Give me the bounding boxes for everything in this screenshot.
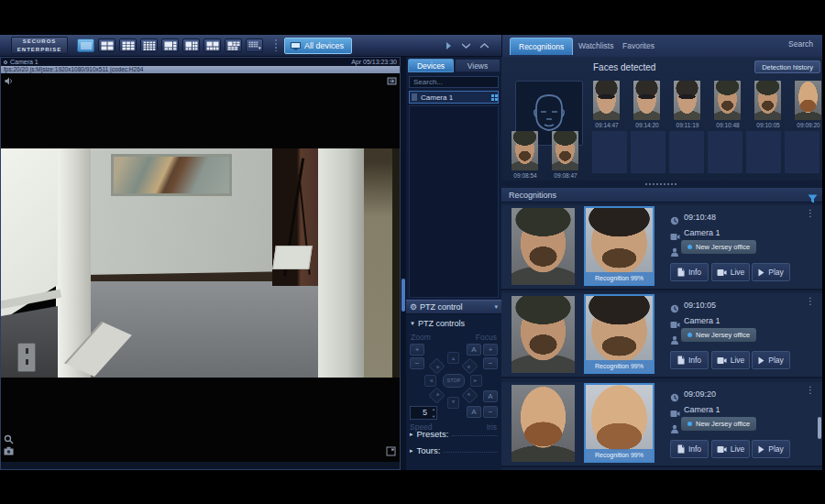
row-menu-icon[interactable]: ⋮ (806, 386, 815, 395)
ptz-controls-toggle[interactable]: ▼ PTZ controls (410, 319, 498, 328)
recognitions-scrollbar[interactable] (818, 417, 821, 439)
iris-auto-button[interactable]: A (483, 390, 498, 402)
recognition-camera: Camera 1 (684, 316, 720, 325)
fullscreen-icon[interactable] (386, 446, 396, 456)
layout-1plus7-button[interactable] (182, 38, 200, 52)
device-item-camera1[interactable]: Camera 1 (409, 91, 499, 104)
layout-more-button[interactable] (246, 38, 263, 52)
face-thumbnail[interactable] (512, 131, 538, 170)
layout-1plus5-button[interactable] (161, 38, 179, 52)
camera-video[interactable] (1, 73, 400, 462)
ptz-down-right-button[interactable]: ▲ (461, 387, 478, 403)
stream-quality-icon[interactable] (387, 76, 397, 86)
device-list-area[interactable] (409, 105, 499, 298)
thumb-time: 09:10:48 (710, 122, 746, 128)
face-thumbnail[interactable] (714, 81, 741, 120)
row-menu-icon[interactable]: ⋮ (806, 209, 815, 218)
ptz-left-button[interactable]: ▲ (424, 375, 436, 387)
ptz-down-left-button[interactable]: ▲ (428, 387, 445, 403)
ptz-up-button[interactable]: ▲ (447, 352, 459, 364)
tab-favorites[interactable]: Favorites (614, 38, 663, 55)
recognition-row[interactable]: Recognition 99% 09:09:20 Camera 1 New Je… (501, 382, 822, 467)
spinner-up-icon[interactable]: ▲ (430, 406, 437, 413)
matched-face-photo[interactable]: Recognition 99% (584, 383, 654, 463)
tab-devices[interactable]: Devices (408, 59, 454, 72)
thumb-time: 09:11:19 (669, 122, 706, 128)
panel-next-icon[interactable] (442, 40, 454, 50)
play-button[interactable]: Play (752, 351, 790, 369)
watchlist-tag[interactable]: New Jersey office (681, 417, 756, 431)
face-thumbnail[interactable] (754, 81, 781, 120)
face-outline-icon (529, 92, 569, 136)
ptz-control-header[interactable]: ⚙ PTZ control ▾ (406, 300, 501, 314)
zoom-search-icon[interactable] (4, 434, 14, 444)
zoom-out-button[interactable]: − (410, 357, 424, 369)
focus-out-button[interactable]: − (483, 357, 498, 369)
info-button[interactable]: Info (670, 263, 709, 281)
layout-1x1-button[interactable] (77, 38, 94, 52)
panel-collapse-icon[interactable] (460, 40, 472, 50)
ptz-right-button[interactable]: ▲ (470, 375, 482, 387)
face-thumbnail[interactable] (633, 81, 660, 120)
captured-face-photo[interactable] (512, 385, 575, 462)
ptz-stop-button[interactable]: STOP (443, 374, 465, 388)
zoom-in-button[interactable]: + (410, 344, 424, 356)
captured-face-photo[interactable] (512, 208, 575, 285)
tours-section[interactable]: ▸ Tours: (410, 445, 498, 455)
faces-recognitions-splitter[interactable] (501, 181, 822, 188)
face-thumbnail[interactable] (593, 81, 620, 120)
play-button[interactable]: Play (752, 263, 790, 281)
tab-views[interactable]: Views (455, 59, 500, 72)
recognition-time: 09:09:20 (684, 389, 716, 399)
faces-detected-title: Faces detected (593, 62, 655, 72)
live-button[interactable]: Live (711, 440, 750, 458)
focus-in-button[interactable]: + (483, 344, 498, 356)
chevron-down-icon[interactable]: ▾ (494, 303, 498, 311)
matched-face-photo[interactable]: Recognition 99% (584, 294, 654, 374)
layout-4x4-button[interactable] (140, 38, 158, 52)
thumb-time: 09:08:47 (547, 172, 584, 179)
iris-close-button[interactable]: − (483, 406, 498, 418)
device-grid-icon[interactable] (491, 94, 494, 97)
recognition-row[interactable]: Recognition 99% 09:10:05 Camera 1 New Je… (501, 293, 822, 378)
ptz-up-left-button[interactable]: ▲ (428, 357, 445, 374)
iris-open-button[interactable]: A (467, 406, 481, 418)
video-camera-icon (717, 356, 727, 365)
matched-face-photo[interactable]: Recognition 99% (584, 206, 654, 286)
live-button[interactable]: Live (711, 263, 750, 281)
clock-icon (670, 301, 680, 311)
info-button[interactable]: Info (670, 440, 709, 458)
play-button[interactable]: Play (752, 440, 790, 458)
all-devices-button[interactable]: All devices (284, 38, 352, 54)
device-search-input[interactable] (409, 76, 499, 88)
row-menu-icon[interactable]: ⋮ (806, 297, 815, 306)
layout-3x3-button[interactable] (119, 38, 137, 52)
watchlist-tag[interactable]: New Jersey office (681, 240, 756, 254)
detection-history-button[interactable]: Detection history (754, 60, 820, 73)
camera-panel[interactable]: Camera 1 Apr 05/13:23:30 fps:20/20 |s:M|… (0, 57, 401, 470)
recognition-row[interactable]: Recognition 99% 09:10:48 Camera 1 New Je… (501, 205, 822, 290)
audio-icon[interactable] (4, 76, 14, 86)
recognition-camera: Camera 1 (684, 405, 720, 414)
presets-section[interactable]: ▸ Presets: (410, 429, 498, 439)
face-thumbnail[interactable] (552, 131, 578, 170)
live-button[interactable]: Live (711, 351, 750, 369)
ptz-up-right-button[interactable]: ▲ (461, 357, 478, 374)
face-thumbnail[interactable] (795, 81, 821, 120)
layout-1plus12-button[interactable] (225, 38, 242, 52)
info-button[interactable]: Info (670, 351, 709, 369)
face-thumbnail[interactable] (674, 81, 700, 120)
splitter-handle[interactable] (402, 279, 405, 312)
snapshot-camera-icon[interactable] (4, 446, 14, 456)
search-button[interactable]: Search (788, 39, 813, 49)
layout-2x2-button[interactable] (98, 38, 116, 52)
splitter-dots (645, 183, 678, 185)
tab-recognitions[interactable]: Recognitions (510, 38, 573, 55)
play-button-label: Play (768, 356, 784, 365)
watchlist-tag[interactable]: New Jersey office (681, 328, 756, 342)
spinner-down-icon[interactable]: ▼ (430, 413, 437, 421)
panel-expand-icon[interactable] (478, 40, 490, 50)
layout-2plus8-button[interactable] (204, 38, 221, 52)
captured-face-photo[interactable] (512, 296, 575, 373)
ptz-down-button[interactable]: ▲ (447, 397, 459, 409)
